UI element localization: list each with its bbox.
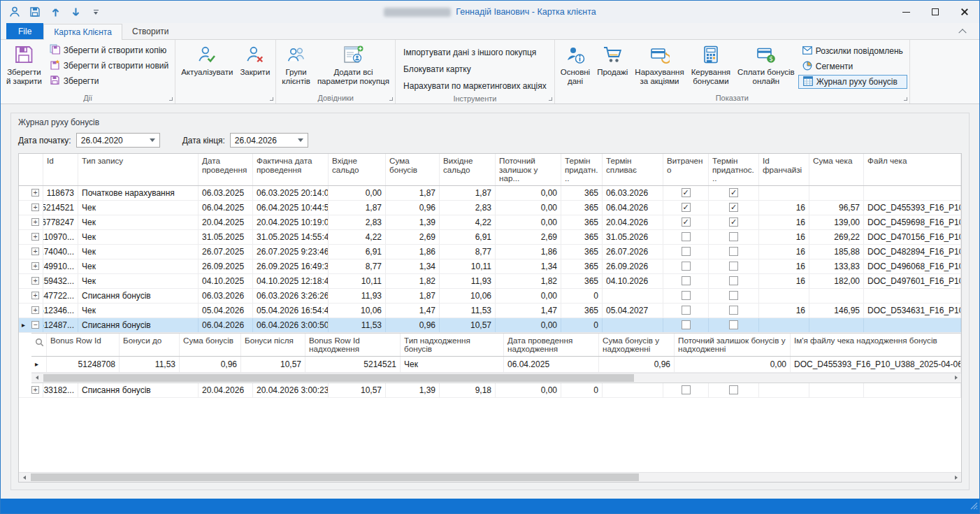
dialog-launcher-icon[interactable] <box>169 97 173 101</box>
expand-toggle-icon[interactable]: + <box>31 248 39 255</box>
valid-checkbox[interactable] <box>729 320 738 329</box>
qat-customize-icon[interactable] <box>89 4 103 20</box>
maximize-button[interactable] <box>921 1 950 23</box>
detail-column-header-income_type[interactable]: Тип надходження бонусів <box>401 334 504 356</box>
detail-column-header-income_date[interactable]: Дата проведення надходження <box>504 334 599 356</box>
save-button[interactable]: Зберегти <box>45 74 173 88</box>
import-data-button[interactable]: Імпортувати дані з іншого покупця <box>403 45 547 59</box>
column-header-in_balance[interactable]: Вхідне сальдо <box>329 154 386 185</box>
detail-column-header-income_file[interactable]: Ім'я файлу чека надходження бонусів <box>791 334 961 356</box>
valid-checkbox[interactable] <box>729 247 738 256</box>
journal-row[interactable]: +174040...Чек26.07.202526.07.2025 9:23:4… <box>19 245 961 259</box>
arrow-down-icon[interactable] <box>69 4 82 20</box>
valid-checkbox[interactable] <box>729 291 738 300</box>
journal-row[interactable]: ▸−512487...Списання бонусів06.04.202606.… <box>19 318 961 333</box>
column-header-franchise_id[interactable]: Id франчайзі <box>759 154 809 185</box>
detail-column-header-income_remainder[interactable]: Поточний залишок бонусів у надходженні <box>675 334 791 356</box>
user-icon[interactable] <box>8 4 22 20</box>
collapse-toggle-icon[interactable]: − <box>31 321 39 329</box>
valid-checkbox[interactable] <box>729 262 738 271</box>
date-end-combo[interactable]: 26.04.2026 <box>230 133 308 148</box>
ribbon-collapse-icon[interactable] <box>957 26 968 36</box>
add-buyer-params-button[interactable]: Додати всі параметри покупця <box>314 41 393 92</box>
tab-file[interactable]: File <box>6 23 43 39</box>
expand-toggle-icon[interactable]: + <box>31 189 39 197</box>
arrow-up-icon[interactable] <box>48 4 62 20</box>
accrue-promo-button[interactable]: Нарахувати по маркетингових акціях <box>403 79 547 93</box>
scrollbar-right-arrow-icon[interactable] <box>951 473 961 482</box>
tab-create[interactable]: Створити <box>122 24 179 39</box>
close-button[interactable] <box>950 1 979 23</box>
spent-checkbox[interactable]: ✓ <box>682 217 691 227</box>
minimize-button[interactable] <box>891 1 921 23</box>
spent-checkbox[interactable] <box>682 306 691 315</box>
column-header-fact_date[interactable]: Фактична дата проведення <box>253 154 329 185</box>
spent-checkbox[interactable]: ✓ <box>682 188 691 197</box>
valid-checkbox[interactable] <box>729 232 738 241</box>
client-groups-button[interactable]: Групи клієнтів <box>278 41 314 92</box>
column-header-validity_days[interactable]: Термін придатн... <box>561 154 603 185</box>
scrollbar-right-arrow-icon[interactable] <box>951 373 961 383</box>
detail-column-header-search[interactable] <box>31 334 47 356</box>
spent-checkbox[interactable] <box>682 385 691 394</box>
dialog-launcher-icon[interactable] <box>904 97 907 101</box>
journal-row[interactable]: +249910...Чек26.09.202526.09.2025 16:49:… <box>19 259 961 274</box>
expand-toggle-icon[interactable]: + <box>31 277 39 285</box>
column-header-check_file[interactable]: Файл чека <box>864 154 961 185</box>
valid-checkbox[interactable]: ✓ <box>729 203 738 212</box>
scrollbar-left-arrow-icon[interactable] <box>31 373 42 383</box>
dialog-launcher-icon[interactable] <box>389 97 393 101</box>
spent-checkbox[interactable] <box>682 320 691 329</box>
column-header-out_balance[interactable]: Вихідне сальдо <box>440 154 496 185</box>
detail-column-header-bonus_sum[interactable]: Сума бонусів <box>180 334 241 356</box>
detail-column-header-bonuses_after[interactable]: Бонуси після <box>241 334 305 356</box>
tab-card[interactable]: Картка Клієнта <box>43 24 122 40</box>
dialog-launcher-icon[interactable] <box>549 97 552 101</box>
expand-toggle-icon[interactable]: + <box>31 386 39 394</box>
journal-row[interactable]: +447722...Списання бонусів06.03.202606.0… <box>19 289 961 304</box>
valid-checkbox[interactable]: ✓ <box>729 188 738 197</box>
journal-row[interactable]: +512346...Чек05.04.202605.04.2026 16:54:… <box>19 304 961 318</box>
scrollbar-thumb[interactable] <box>31 473 639 481</box>
bonus-journal-button[interactable]: Журнал руху бонусів <box>798 75 907 89</box>
column-header-date[interactable]: Дата проведення <box>199 154 253 185</box>
valid-checkbox[interactable] <box>729 306 738 315</box>
column-header-check_sum[interactable]: Сума чека <box>809 154 864 185</box>
column-header-spent[interactable]: Витрачено <box>663 154 709 185</box>
spent-checkbox[interactable] <box>682 276 691 285</box>
scrollbar-thumb[interactable] <box>43 374 634 382</box>
segments-button[interactable]: Сегменти <box>798 59 907 73</box>
column-header-bonus_sum[interactable]: Сума бонусів <box>386 154 440 185</box>
date-start-combo[interactable]: 26.04.2020 <box>76 133 160 148</box>
valid-checkbox[interactable]: ✓ <box>729 217 738 227</box>
valid-checkbox[interactable] <box>729 385 738 394</box>
valid-checkbox[interactable] <box>729 276 738 285</box>
expand-toggle-icon[interactable]: + <box>31 262 39 270</box>
column-header-id[interactable]: Id <box>43 154 78 185</box>
mailings-button[interactable]: Розсилки повідомлень <box>798 44 907 58</box>
spent-checkbox[interactable] <box>682 232 691 241</box>
scrollbar-left-arrow-icon[interactable] <box>19 473 29 482</box>
detail-column-header-bonuses_before[interactable]: Бонуси до <box>120 334 180 356</box>
promo-accrual-button[interactable]: Нарахування за акціями <box>631 41 687 92</box>
save-copy-button[interactable]: Зберегти й створити копію <box>45 43 173 57</box>
main-data-button[interactable]: Основні дані <box>557 41 593 92</box>
scrollbar-track[interactable] <box>29 473 951 482</box>
journal-row[interactable]: +110970...Чек31.05.202531.05.2025 14:55:… <box>19 230 961 245</box>
expand-toggle-icon[interactable]: + <box>31 292 39 299</box>
scrollbar-track[interactable] <box>42 373 951 383</box>
search-icon[interactable] <box>35 338 44 349</box>
spent-checkbox[interactable] <box>682 247 691 256</box>
journal-row[interactable]: +259432...Чек04.10.202504.10.2025 12:18:… <box>19 274 961 289</box>
actualize-button[interactable]: Актуалізувати <box>178 41 236 92</box>
spent-checkbox[interactable] <box>682 262 691 271</box>
detail-h-scrollbar[interactable] <box>31 373 961 383</box>
save-close-button[interactable]: Зберегти й закрити <box>3 41 45 92</box>
main-h-scrollbar[interactable] <box>19 472 961 482</box>
resize-grip[interactable] <box>970 502 978 512</box>
column-header-current_remainder[interactable]: Поточний залишок у нар... <box>496 154 561 185</box>
pay-online-button[interactable]: $ Сплати бонусів онлайн <box>734 41 798 92</box>
journal-row[interactable]: +5214521Чек06.04.202506.04.2025 10:44:56… <box>19 201 961 215</box>
detail-column-header-bonus_row_id[interactable]: Bonus Row Id <box>47 334 120 356</box>
journal-row[interactable]: +118673Початкове нарахування06.03.202506… <box>19 186 961 201</box>
